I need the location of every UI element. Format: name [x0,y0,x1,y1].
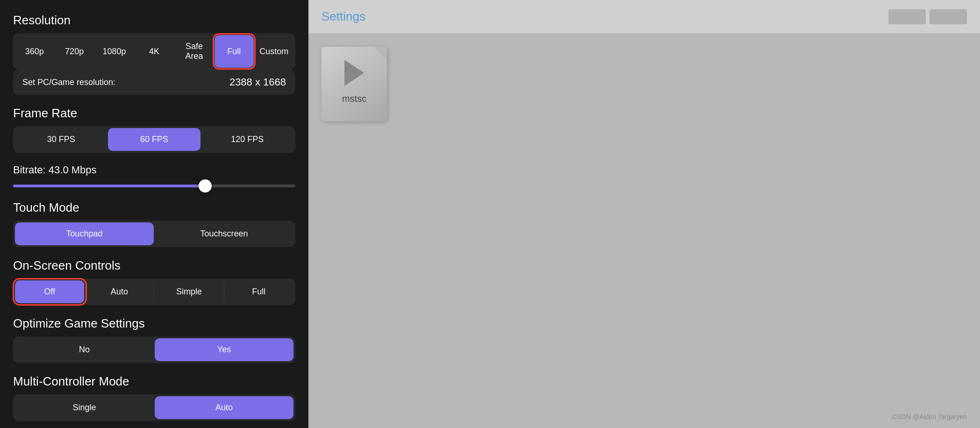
right-content: mstsc CSDN @Aiden Targaryen [308,34,980,428]
bitrate-label: Bitrate: 43.0 Mbps [13,164,295,176]
watermark: CSDN @Aiden Targaryen [893,413,967,421]
header-control-block-1[interactable] [888,9,926,24]
resolution-section: Resolution 360p 720p 1080p 4K Safe Area … [13,13,295,95]
file-icon[interactable]: mstsc [322,47,387,121]
on-screen-controls-section: On-Screen Controls Off Auto Simple Full [13,258,295,305]
resolution-btn-1080p[interactable]: 1080p [95,35,134,68]
resolution-btn-safe-area[interactable]: Safe Area [175,35,214,68]
frame-rate-btn-120[interactable]: 120 FPS [201,128,293,151]
bitrate-slider-fill [13,185,205,187]
on-screen-btn-full[interactable]: Full [224,280,293,303]
multi-controller-button-group: Single Auto [13,394,295,421]
optimize-game-btn-no[interactable]: No [15,338,154,361]
multi-controller-section: Multi-Controller Mode Single Auto [13,374,295,421]
frame-rate-btn-30[interactable]: 30 FPS [15,128,107,151]
resolution-info: Set PC/Game resolution: 2388 x 1668 [13,70,295,95]
on-screen-controls-title: On-Screen Controls [13,258,295,273]
bitrate-section: Bitrate: 43.0 Mbps [13,164,295,189]
settings-title: Settings [322,9,365,24]
resolution-title: Resolution [13,13,295,28]
touch-mode-title: Touch Mode [13,200,295,215]
on-screen-btn-auto[interactable]: Auto [85,280,154,303]
optimize-game-btn-yes[interactable]: Yes [155,338,293,361]
bitrate-slider-container [13,183,295,189]
touch-mode-btn-touchscreen[interactable]: Touchscreen [155,222,293,245]
touch-mode-btn-touchpad[interactable]: Touchpad [15,222,154,245]
bitrate-slider-track[interactable] [13,185,295,187]
on-screen-button-group: Off Auto Simple Full [13,278,295,305]
optimize-game-title: Optimize Game Settings [13,316,295,331]
resolution-btn-custom[interactable]: Custom [255,35,293,68]
resolution-button-group: 360p 720p 1080p 4K Safe Area Full Custom [13,33,295,70]
multi-controller-title: Multi-Controller Mode [13,374,295,389]
on-screen-btn-simple[interactable]: Simple [155,280,224,303]
touch-mode-section: Touch Mode Touchpad Touchscreen [13,200,295,247]
optimize-game-section: Optimize Game Settings No Yes [13,316,295,363]
optimize-game-button-group: No Yes [13,336,295,363]
multi-controller-btn-auto[interactable]: Auto [155,396,293,419]
header-controls [888,9,967,24]
left-panel: Resolution 360p 720p 1080p 4K Safe Area … [0,0,308,428]
multi-controller-btn-single[interactable]: Single [15,396,154,419]
resolution-info-value: 2388 x 1668 [229,76,286,88]
frame-rate-btn-60[interactable]: 60 FPS [108,128,200,151]
play-icon [344,60,364,86]
frame-rate-section: Frame Rate 30 FPS 60 FPS 120 FPS [13,106,295,153]
resolution-info-label: Set PC/Game resolution: [22,78,115,87]
bitrate-slider-thumb[interactable] [199,179,212,193]
frame-rate-button-group: 30 FPS 60 FPS 120 FPS [13,126,295,153]
right-panel: Settings mstsc CSDN @Aiden Targaryen [308,0,980,428]
touch-mode-button-group: Touchpad Touchscreen [13,221,295,247]
resolution-btn-360p[interactable]: 360p [15,35,54,68]
header-control-block-2[interactable] [930,9,967,24]
resolution-btn-full[interactable]: Full [215,35,253,68]
on-screen-btn-off[interactable]: Off [15,280,85,303]
resolution-btn-4k[interactable]: 4K [135,35,173,68]
frame-rate-title: Frame Rate [13,106,295,121]
right-header: Settings [308,0,980,34]
resolution-btn-720p[interactable]: 720p [55,35,93,68]
file-name: mstsc [342,93,366,104]
